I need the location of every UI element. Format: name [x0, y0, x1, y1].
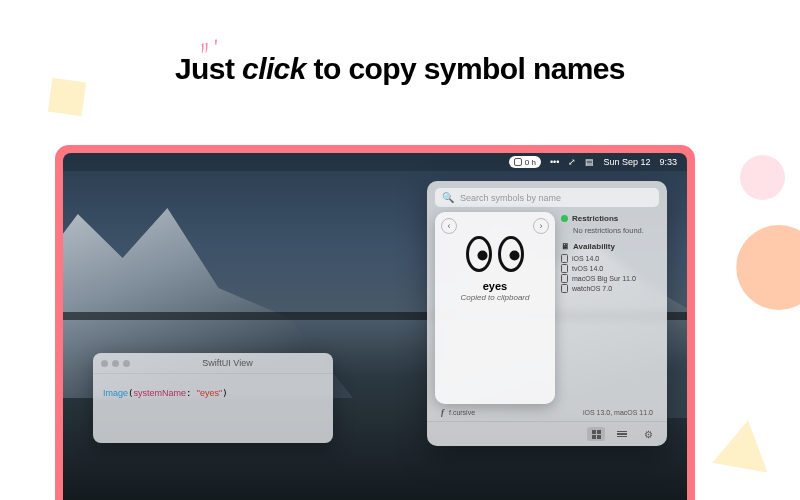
- search-placeholder: Search symbols by name: [460, 193, 561, 203]
- gear-icon: ⚙: [644, 429, 653, 440]
- symbol-popover: ‹ › eyes Copied to clipboard: [435, 212, 555, 404]
- availability-item: macOS Big Sur 11.0: [561, 274, 659, 283]
- grid-icon: [592, 430, 601, 439]
- eyes-glyph[interactable]: [466, 236, 524, 272]
- menubar: 0 h ••• ⤢ ▤ Sun Sep 12 9:33: [63, 153, 687, 171]
- device-icon: [561, 254, 568, 263]
- list-row-meta: iOS 13.0, macOS 11.0: [583, 409, 653, 416]
- availability-list: iOS 14.0 tvOS 14.0 macOS Big Sur 11.0 wa…: [561, 254, 659, 293]
- availability-item: iOS 14.0: [561, 254, 659, 263]
- traffic-min[interactable]: [112, 360, 119, 367]
- menubar-time[interactable]: 9:33: [659, 157, 677, 167]
- status-ok-icon: [561, 215, 568, 222]
- device-icon: [561, 274, 568, 283]
- chevron-right-icon: ›: [540, 221, 543, 231]
- fcursive-glyph: f: [441, 407, 444, 417]
- symbol-name: eyes: [483, 280, 507, 292]
- device-icon: [561, 264, 568, 273]
- code-window[interactable]: SwiftUI View Image(systemName: "eyes"): [93, 353, 333, 443]
- code-window-title: SwiftUI View: [130, 358, 325, 368]
- code-titlebar[interactable]: SwiftUI View: [93, 353, 333, 374]
- menubar-toggle-icon[interactable]: ⤢: [568, 157, 576, 167]
- list-icon: [617, 431, 627, 438]
- desktop-screen: 0 h ••• ⤢ ▤ Sun Sep 12 9:33 SwiftUI View…: [63, 153, 687, 500]
- decor-circle-peach: [736, 225, 800, 310]
- decorative-scribble: 〃′: [193, 33, 221, 64]
- restrictions-body: No restrictions found.: [573, 226, 659, 235]
- menubar-more[interactable]: •••: [550, 157, 559, 167]
- monitor-frame: 0 h ••• ⤢ ▤ Sun Sep 12 9:33 SwiftUI View…: [55, 145, 695, 500]
- list-row-fcursive[interactable]: ff.cursive iOS 13.0, macOS 11.0: [427, 404, 667, 421]
- code-body: Image(systemName: "eyes"): [93, 374, 333, 412]
- traffic-close[interactable]: [101, 360, 108, 367]
- search-bar[interactable]: 🔍 Search symbols by name: [435, 188, 659, 207]
- chevron-left-icon: ‹: [448, 221, 451, 231]
- copied-toast: Copied to clipboard: [461, 293, 530, 302]
- view-list-button[interactable]: [613, 427, 631, 441]
- device-icon: [561, 284, 568, 293]
- popover-next-button[interactable]: ›: [533, 218, 549, 234]
- availability-item: watchOS 7.0: [561, 284, 659, 293]
- view-grid-button[interactable]: [587, 427, 605, 441]
- restrictions-heading: Restrictions: [561, 214, 659, 223]
- decor-square: [48, 78, 86, 116]
- hero-title: Just click to copy symbol names: [0, 52, 800, 86]
- menubar-wifi-icon[interactable]: ▤: [585, 157, 594, 167]
- decor-triangle: [712, 416, 775, 473]
- info-panel: Restrictions No restrictions found. 🖥︎ A…: [561, 212, 659, 404]
- traffic-max[interactable]: [123, 360, 130, 367]
- availability-icon: 🖥︎: [561, 242, 569, 251]
- traffic-lights[interactable]: [101, 360, 130, 367]
- app-footer: ⚙: [427, 421, 667, 446]
- popover-prev-button[interactable]: ‹: [441, 218, 457, 234]
- settings-button[interactable]: ⚙: [639, 427, 657, 441]
- battery-pill[interactable]: 0 h: [509, 156, 541, 168]
- search-icon: 🔍: [442, 192, 454, 203]
- availability-item: tvOS 14.0: [561, 264, 659, 273]
- symbol-browser-window[interactable]: 🔍 Search symbols by name ‹ › eyes Copied…: [427, 181, 667, 446]
- menubar-date[interactable]: Sun Sep 12: [603, 157, 650, 167]
- availability-heading: 🖥︎ Availability: [561, 242, 659, 251]
- battery-icon: [514, 158, 522, 166]
- decor-circle-pink: [740, 155, 785, 200]
